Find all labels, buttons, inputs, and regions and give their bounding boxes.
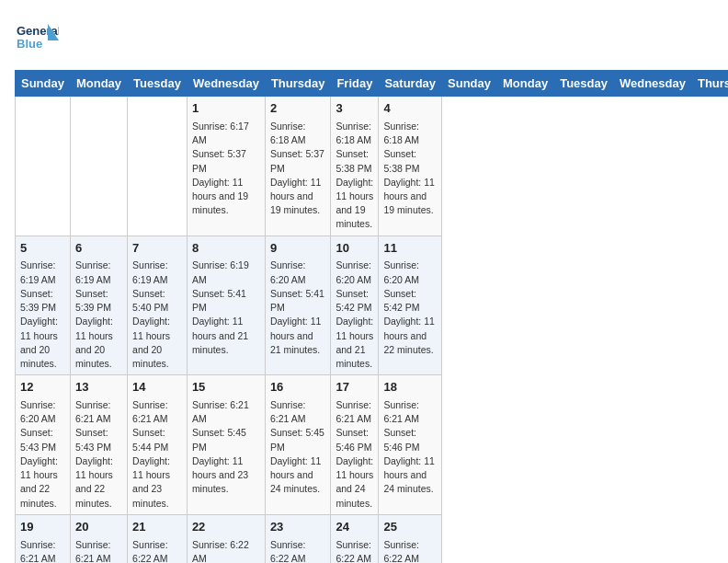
calendar-cell: 12Sunrise: 6:20 AM Sunset: 5:43 PM Dayli… <box>16 375 71 515</box>
day-number: 24 <box>336 519 373 536</box>
day-info: Sunrise: 6:21 AM Sunset: 5:43 PM Dayligh… <box>75 399 113 509</box>
day-header-thursday: Thursday <box>265 71 331 97</box>
day-info: Sunrise: 6:21 AM Sunset: 5:47 PM Dayligh… <box>20 539 58 563</box>
calendar-cell: 18Sunrise: 6:21 AM Sunset: 5:46 PM Dayli… <box>379 375 442 515</box>
calendar-cell: 3Sunrise: 6:18 AM Sunset: 5:38 PM Daylig… <box>331 97 379 236</box>
day-info: Sunrise: 6:21 AM Sunset: 5:45 PM Dayligh… <box>192 399 249 494</box>
calendar-cell: 21Sunrise: 6:22 AM Sunset: 5:48 PM Dayli… <box>128 514 188 563</box>
day-number: 11 <box>383 240 437 258</box>
day-number: 20 <box>75 519 122 536</box>
calendar-cell: 17Sunrise: 6:21 AM Sunset: 5:46 PM Dayli… <box>331 375 379 515</box>
calendar-cell: 2Sunrise: 6:18 AM Sunset: 5:37 PM Daylig… <box>265 97 331 236</box>
day-info: Sunrise: 6:21 AM Sunset: 5:46 PM Dayligh… <box>383 399 434 494</box>
day-info: Sunrise: 6:22 AM Sunset: 5:48 PM Dayligh… <box>192 539 249 563</box>
day-number: 25 <box>383 519 437 536</box>
calendar-cell: 24Sunrise: 6:22 AM Sunset: 5:49 PM Dayli… <box>331 514 379 563</box>
day-number: 8 <box>192 240 260 258</box>
calendar-cell: 23Sunrise: 6:22 AM Sunset: 5:49 PM Dayli… <box>265 514 331 563</box>
day-number: 16 <box>270 379 326 396</box>
calendar-cell: 9Sunrise: 6:20 AM Sunset: 5:41 PM Daylig… <box>265 236 331 375</box>
day-header-wednesday: Wednesday <box>187 71 265 97</box>
day-header-monday: Monday <box>70 71 127 97</box>
calendar-cell: 15Sunrise: 6:21 AM Sunset: 5:45 PM Dayli… <box>187 375 265 515</box>
day-info: Sunrise: 6:21 AM Sunset: 5:44 PM Dayligh… <box>132 399 170 509</box>
day-number: 10 <box>336 240 373 258</box>
calendar-cell: 1Sunrise: 6:17 AM Sunset: 5:37 PM Daylig… <box>187 97 265 236</box>
day-number: 7 <box>132 240 182 258</box>
calendar-cell <box>16 97 71 236</box>
svg-text:Blue: Blue <box>17 37 42 51</box>
day-info: Sunrise: 6:18 AM Sunset: 5:38 PM Dayligh… <box>336 121 373 230</box>
day-header-tuesday: Tuesday <box>128 71 188 97</box>
day-header-sunday: Sunday <box>442 71 497 97</box>
calendar-table: SundayMondayTuesdayWednesdayThursdayFrid… <box>15 70 728 563</box>
day-info: Sunrise: 6:19 AM Sunset: 5:39 PM Dayligh… <box>20 259 58 369</box>
day-number: 19 <box>20 519 65 536</box>
day-number: 2 <box>270 100 326 118</box>
logo: General Blue <box>15 15 59 59</box>
day-header-monday: Monday <box>497 71 554 97</box>
day-number: 14 <box>132 379 182 396</box>
day-header-thursday: Thursday <box>691 71 728 97</box>
calendar-cell: 19Sunrise: 6:21 AM Sunset: 5:47 PM Dayli… <box>16 514 71 563</box>
day-info: Sunrise: 6:21 AM Sunset: 5:45 PM Dayligh… <box>270 399 324 494</box>
day-header-wednesday: Wednesday <box>613 71 691 97</box>
calendar-cell <box>128 97 188 236</box>
day-info: Sunrise: 6:22 AM Sunset: 5:48 PM Dayligh… <box>132 539 170 563</box>
day-header-friday: Friday <box>331 71 379 97</box>
calendar-cell <box>70 97 127 236</box>
day-info: Sunrise: 6:20 AM Sunset: 5:42 PM Dayligh… <box>336 259 373 369</box>
day-info: Sunrise: 6:19 AM Sunset: 5:39 PM Dayligh… <box>75 259 113 369</box>
day-number: 5 <box>20 240 65 258</box>
day-info: Sunrise: 6:19 AM Sunset: 5:41 PM Dayligh… <box>192 259 249 354</box>
calendar-cell: 13Sunrise: 6:21 AM Sunset: 5:43 PM Dayli… <box>70 375 127 515</box>
day-info: Sunrise: 6:18 AM Sunset: 5:38 PM Dayligh… <box>383 121 434 215</box>
day-header-tuesday: Tuesday <box>554 71 614 97</box>
calendar-header-row: SundayMondayTuesdayWednesdayThursdayFrid… <box>16 71 729 97</box>
calendar-week-row: 5Sunrise: 6:19 AM Sunset: 5:39 PM Daylig… <box>16 236 729 375</box>
calendar-cell: 5Sunrise: 6:19 AM Sunset: 5:39 PM Daylig… <box>16 236 71 375</box>
calendar-cell: 14Sunrise: 6:21 AM Sunset: 5:44 PM Dayli… <box>128 375 188 515</box>
calendar-cell: 20Sunrise: 6:21 AM Sunset: 5:47 PM Dayli… <box>70 514 127 563</box>
day-info: Sunrise: 6:22 AM Sunset: 5:49 PM Dayligh… <box>270 539 324 563</box>
day-number: 3 <box>336 100 373 118</box>
calendar-week-row: 1Sunrise: 6:17 AM Sunset: 5:37 PM Daylig… <box>16 97 729 236</box>
day-info: Sunrise: 6:20 AM Sunset: 5:41 PM Dayligh… <box>270 259 324 354</box>
day-info: Sunrise: 6:18 AM Sunset: 5:37 PM Dayligh… <box>270 121 324 215</box>
page-header: General Blue <box>15 15 713 59</box>
day-info: Sunrise: 6:19 AM Sunset: 5:40 PM Dayligh… <box>132 259 170 369</box>
calendar-week-row: 19Sunrise: 6:21 AM Sunset: 5:47 PM Dayli… <box>16 514 729 563</box>
calendar-cell: 11Sunrise: 6:20 AM Sunset: 5:42 PM Dayli… <box>379 236 442 375</box>
day-number: 9 <box>270 240 326 258</box>
calendar-cell: 25Sunrise: 6:22 AM Sunset: 5:50 PM Dayli… <box>379 514 442 563</box>
calendar-cell: 6Sunrise: 6:19 AM Sunset: 5:39 PM Daylig… <box>70 236 127 375</box>
day-number: 4 <box>383 100 437 118</box>
day-number: 22 <box>192 519 260 536</box>
day-number: 21 <box>132 519 182 536</box>
day-number: 15 <box>192 379 260 396</box>
calendar-cell: 7Sunrise: 6:19 AM Sunset: 5:40 PM Daylig… <box>128 236 188 375</box>
calendar-week-row: 12Sunrise: 6:20 AM Sunset: 5:43 PM Dayli… <box>16 375 729 515</box>
day-header-saturday: Saturday <box>379 71 442 97</box>
day-number: 17 <box>336 379 373 396</box>
calendar-cell: 10Sunrise: 6:20 AM Sunset: 5:42 PM Dayli… <box>331 236 379 375</box>
day-header-sunday: Sunday <box>16 71 71 97</box>
day-info: Sunrise: 6:17 AM Sunset: 5:37 PM Dayligh… <box>192 121 249 215</box>
calendar-cell: 4Sunrise: 6:18 AM Sunset: 5:38 PM Daylig… <box>379 97 442 236</box>
day-number: 18 <box>383 379 437 396</box>
day-info: Sunrise: 6:22 AM Sunset: 5:49 PM Dayligh… <box>336 539 373 563</box>
day-number: 13 <box>75 379 122 396</box>
day-info: Sunrise: 6:20 AM Sunset: 5:43 PM Dayligh… <box>20 399 58 509</box>
day-info: Sunrise: 6:20 AM Sunset: 5:42 PM Dayligh… <box>383 259 434 354</box>
logo-icon: General Blue <box>15 15 59 59</box>
calendar-cell: 8Sunrise: 6:19 AM Sunset: 5:41 PM Daylig… <box>187 236 265 375</box>
day-number: 1 <box>192 100 260 118</box>
day-number: 23 <box>270 519 326 536</box>
calendar-cell: 22Sunrise: 6:22 AM Sunset: 5:48 PM Dayli… <box>187 514 265 563</box>
day-info: Sunrise: 6:21 AM Sunset: 5:46 PM Dayligh… <box>336 399 373 509</box>
day-info: Sunrise: 6:21 AM Sunset: 5:47 PM Dayligh… <box>75 539 113 563</box>
calendar-cell: 16Sunrise: 6:21 AM Sunset: 5:45 PM Dayli… <box>265 375 331 515</box>
day-number: 6 <box>75 240 122 258</box>
day-number: 12 <box>20 379 65 396</box>
day-info: Sunrise: 6:22 AM Sunset: 5:50 PM Dayligh… <box>383 539 434 563</box>
